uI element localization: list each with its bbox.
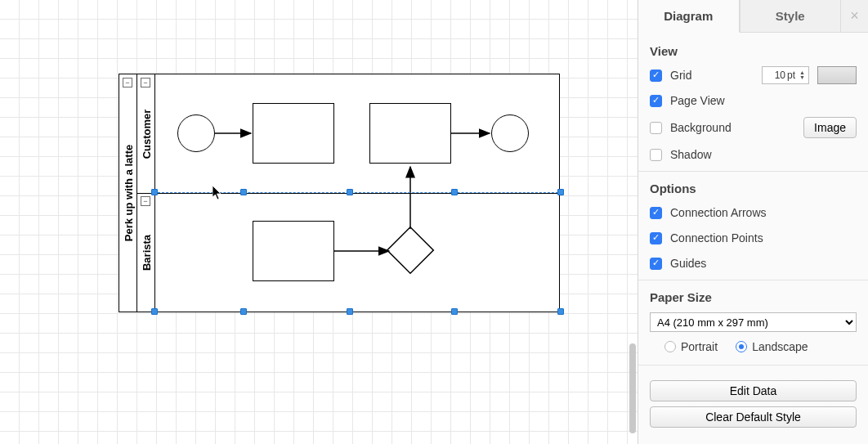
svg-rect-0 xyxy=(387,227,434,274)
pool-title-column[interactable]: − Perk up with a latte xyxy=(119,74,137,312)
resize-handle[interactable] xyxy=(557,308,564,315)
background-image-button[interactable]: Image xyxy=(803,117,857,138)
resize-handle[interactable] xyxy=(451,189,458,195)
section-heading-options: Options xyxy=(650,182,857,195)
resize-handle[interactable] xyxy=(240,308,247,315)
resize-handle[interactable] xyxy=(240,189,247,195)
shadow-checkbox[interactable] xyxy=(650,149,662,161)
canvas-area[interactable]: − Perk up with a latte − Customer − Bari… xyxy=(0,0,638,444)
connection-points-label: Connection Points xyxy=(670,231,857,244)
connection-arrows-label: Connection Arrows xyxy=(670,206,857,219)
resize-handle[interactable] xyxy=(151,308,158,315)
resize-handle[interactable] xyxy=(151,189,158,195)
lane-collapse-toggle[interactable]: − xyxy=(141,196,150,206)
resize-handle[interactable] xyxy=(557,189,564,195)
start-event[interactable] xyxy=(177,114,215,152)
pool-collapse-toggle[interactable]: − xyxy=(123,78,132,87)
section-divider xyxy=(638,365,868,366)
gateway-diamond[interactable] xyxy=(387,227,433,273)
tab-style[interactable]: Style xyxy=(740,0,841,32)
shadow-label: Shadow xyxy=(670,148,857,161)
paper-size-select[interactable]: A4 (210 mm x 297 mm) xyxy=(650,312,857,332)
format-sidebar: Diagram Style × View Grid 10 pt ▲▼ Page … xyxy=(638,0,868,444)
task-1[interactable] xyxy=(253,103,334,164)
landscape-radio[interactable] xyxy=(736,341,747,352)
grid-label: Grid xyxy=(670,69,754,82)
connection-points-checkbox[interactable] xyxy=(650,232,662,244)
grid-size-input[interactable]: 10 pt ▲▼ xyxy=(762,66,809,84)
resize-handle[interactable] xyxy=(347,308,353,315)
bpmn-pool[interactable]: − Perk up with a latte − Customer − Bari… xyxy=(119,74,560,312)
guides-label: Guides xyxy=(670,257,857,270)
pool-title: Perk up with a latte xyxy=(122,145,134,241)
sidebar-tabs: Diagram Style × xyxy=(638,0,868,33)
guides-checkbox[interactable] xyxy=(650,258,662,270)
resize-handle[interactable] xyxy=(451,308,458,315)
section-heading-papersize: Paper Size xyxy=(650,290,857,304)
close-icon[interactable]: × xyxy=(840,0,868,32)
portrait-label: Portrait xyxy=(681,340,718,353)
section-divider xyxy=(638,171,868,172)
resize-handle[interactable] xyxy=(347,189,353,195)
portrait-radio[interactable] xyxy=(664,341,676,352)
tab-diagram[interactable]: Diagram xyxy=(638,0,740,33)
connection-arrows-checkbox[interactable] xyxy=(650,207,662,219)
lane-collapse-toggle[interactable]: − xyxy=(141,78,150,87)
end-event[interactable] xyxy=(491,114,529,152)
selection-outline xyxy=(154,192,562,193)
landscape-label: Landscape xyxy=(752,340,808,353)
lane-title-barista: Barista xyxy=(140,234,152,270)
clear-default-style-button[interactable]: Clear Default Style xyxy=(650,406,857,428)
section-heading-view: View xyxy=(650,44,857,58)
task-2[interactable] xyxy=(369,103,451,164)
task-3[interactable] xyxy=(253,221,334,281)
pageview-checkbox[interactable] xyxy=(650,95,662,107)
edit-data-button[interactable]: Edit Data xyxy=(650,380,857,401)
pageview-label: Page View xyxy=(670,94,857,107)
section-divider xyxy=(638,280,868,280)
lane-barista[interactable]: − Barista xyxy=(137,193,559,312)
grid-size-stepper[interactable]: ▲▼ xyxy=(799,70,805,80)
vertical-scrollbar[interactable] xyxy=(629,343,636,433)
background-label: Background xyxy=(670,121,795,134)
grid-color-swatch[interactable] xyxy=(817,66,857,84)
background-checkbox[interactable] xyxy=(650,122,662,134)
lane-title-customer: Customer xyxy=(140,109,152,159)
grid-checkbox[interactable] xyxy=(650,70,662,82)
